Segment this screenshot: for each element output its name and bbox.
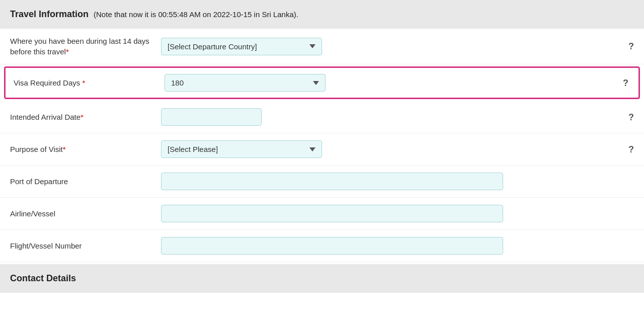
travel-information-form: Where you have been during last 14 days … bbox=[0, 29, 644, 262]
airline-vessel-control bbox=[161, 205, 634, 222]
airline-vessel-label: Airline/Vessel bbox=[10, 208, 161, 219]
airline-vessel-row: Airline/Vessel bbox=[0, 198, 644, 230]
purpose-of-visit-help-icon[interactable]: ? bbox=[628, 144, 634, 154]
flight-vessel-number-control bbox=[161, 237, 634, 255]
page-wrapper: Travel Information (Note that now it is … bbox=[0, 0, 644, 293]
visa-required-days-row: Visa Required Days * 30 60 90 180 ? bbox=[4, 66, 640, 99]
contact-details-title: Contact Details bbox=[10, 273, 76, 283]
port-of-departure-input[interactable] bbox=[161, 173, 503, 190]
purpose-of-visit-control: [Select Please] Tourism Business Transit bbox=[161, 140, 634, 158]
port-of-departure-control bbox=[161, 173, 634, 190]
port-of-departure-label: Port of Departure bbox=[10, 176, 161, 187]
intended-arrival-date-input[interactable] bbox=[161, 108, 262, 126]
required-marker: * bbox=[63, 145, 66, 153]
section-header: Travel Information (Note that now it is … bbox=[0, 0, 644, 29]
flight-vessel-number-row: Flight/Vessel Number bbox=[0, 230, 644, 262]
contact-details-header: Contact Details bbox=[0, 264, 644, 293]
visa-required-days-select[interactable]: 30 60 90 180 bbox=[165, 74, 326, 92]
intended-arrival-date-row: Intended Arrival Date* ? bbox=[0, 101, 644, 133]
required-marker: * bbox=[82, 78, 85, 87]
required-marker: * bbox=[66, 47, 69, 56]
flight-vessel-number-label: Flight/Vessel Number bbox=[10, 240, 161, 251]
section-note: (Note that now it is 00:55:48 AM on 2022… bbox=[94, 10, 298, 19]
purpose-of-visit-label: Purpose of Visit* bbox=[10, 144, 161, 154]
intended-arrival-date-control bbox=[161, 108, 634, 126]
purpose-of-visit-row: Purpose of Visit* [Select Please] Touris… bbox=[0, 133, 644, 166]
visa-required-days-help-icon[interactable]: ? bbox=[623, 77, 628, 88]
visa-required-days-label: Visa Required Days * bbox=[14, 77, 165, 88]
departure-country-row: Where you have been during last 14 days … bbox=[0, 29, 644, 64]
intended-arrival-date-label: Intended Arrival Date* bbox=[10, 112, 161, 122]
port-of-departure-row: Port of Departure bbox=[0, 166, 644, 198]
departure-country-label: Where you have been during last 14 days … bbox=[10, 36, 161, 57]
intended-arrival-date-help-icon[interactable]: ? bbox=[628, 112, 634, 122]
departure-country-control: [Select Departure Country] bbox=[161, 38, 634, 55]
purpose-of-visit-select[interactable]: [Select Please] Tourism Business Transit bbox=[161, 140, 322, 158]
departure-country-help-icon[interactable]: ? bbox=[628, 41, 634, 52]
flight-vessel-number-input[interactable] bbox=[161, 237, 503, 255]
departure-country-select[interactable]: [Select Departure Country] bbox=[161, 38, 322, 55]
airline-vessel-input[interactable] bbox=[161, 205, 503, 222]
visa-required-days-control: 30 60 90 180 bbox=[165, 74, 630, 92]
section-title: Travel Information bbox=[10, 9, 89, 20]
required-marker: * bbox=[80, 113, 84, 121]
